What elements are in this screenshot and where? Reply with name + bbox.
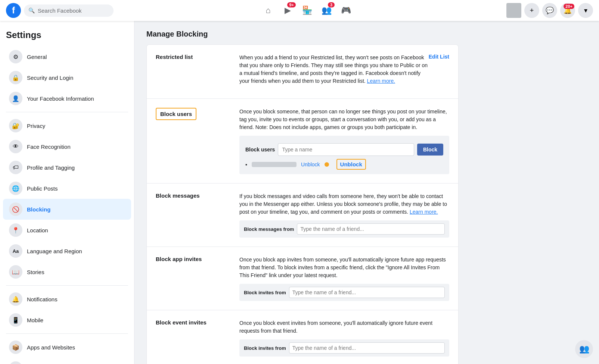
profile-tagging-icon: 🏷 <box>9 161 22 174</box>
block-event-invites-left: Block event invites <box>156 319 230 357</box>
language-icon: Aa <box>9 244 22 258</box>
sidebar-item-location[interactable]: 📍 Location <box>3 220 131 241</box>
sidebar-item-blocking[interactable]: 🚫 Blocking <box>3 199 131 220</box>
block-app-invites-title: Block app invites <box>156 256 202 262</box>
block-users-input[interactable] <box>278 143 414 156</box>
sidebar-label-privacy: Privacy <box>27 123 45 129</box>
block-messages-field: Block messages from <box>239 220 449 238</box>
content-card: Restricted list When you add a friend to… <box>146 44 459 364</box>
facebook-logo[interactable]: f <box>6 3 21 18</box>
nav-gaming-button[interactable]: 🎮 <box>337 1 355 19</box>
nav-marketplace-button[interactable]: 🏪 <box>298 1 316 19</box>
sidebar-item-face-recognition[interactable]: 👁 Face Recognition <box>3 136 131 157</box>
page-title: Manage Blocking <box>146 30 459 38</box>
sidebar-item-notifications[interactable]: 🔔 Notifications <box>3 289 131 310</box>
block-event-invites-input[interactable] <box>289 342 445 354</box>
notifications-sidebar-icon: 🔔 <box>9 292 22 306</box>
sidebar-divider-1 <box>6 112 128 112</box>
block-messages-right: If you block messages and video calls fr… <box>239 192 449 238</box>
mobile-icon: 📱 <box>9 313 22 327</box>
restricted-list-left: Restricted list <box>156 54 230 90</box>
messenger-button[interactable]: 💬 <box>542 3 557 18</box>
user-avatar-thumb[interactable] <box>506 3 521 18</box>
sidebar-label-security: Security and Login <box>27 75 73 81</box>
sidebar-item-privacy[interactable]: 🔐 Privacy <box>3 115 131 136</box>
sidebar-item-stories[interactable]: 📖 Stories <box>3 261 131 282</box>
notifications-badge: 20+ <box>564 4 574 9</box>
sidebar-label-language: Language and Region <box>27 248 82 254</box>
sidebar: Settings ⚙ General 🔒 Security and Login … <box>0 21 134 364</box>
sidebar-item-apps-websites[interactable]: 📦 Apps and Websites <box>3 337 131 358</box>
bottom-icon-glyph: 👥 <box>579 344 589 354</box>
block-event-invites-section: Block event invites Once you block event… <box>147 310 458 364</box>
restricted-list-top: When you add a friend to your Restricted… <box>239 54 449 90</box>
sidebar-divider-2 <box>6 285 128 286</box>
sidebar-label-mobile: Mobile <box>27 317 43 323</box>
account-dropdown-button[interactable]: ▾ <box>578 3 593 18</box>
block-users-form: Block users Block <box>245 143 443 156</box>
blocked-user-row: ▪ Unblock Unblock <box>245 159 443 170</box>
block-users-desc: Once you block someone, that person can … <box>239 108 449 131</box>
restricted-list-right: When you add a friend to your Restricted… <box>239 54 449 90</box>
nav-home-button[interactable]: ⌂ <box>259 1 277 19</box>
block-messages-section: Block messages If you block messages and… <box>147 183 458 247</box>
unblock-highlight-button[interactable]: Unblock <box>336 159 366 170</box>
blocked-name-bar <box>252 162 297 167</box>
instant-games-icon: 🎮 <box>9 361 22 364</box>
public-posts-icon: 🌐 <box>9 182 22 195</box>
block-messages-learn-more[interactable]: Learn more. <box>410 209 438 215</box>
page-wrap: Settings ⚙ General 🔒 Security and Login … <box>0 21 599 364</box>
block-users-right: Once you block someone, that person can … <box>239 108 449 174</box>
search-input[interactable] <box>38 7 109 14</box>
topnav: f 🔍 ⌂ ▶ 9+ 🏪 👥 3 🎮 + 💬 🔔 20+ ▾ <box>0 0 599 21</box>
sidebar-item-security[interactable]: 🔒 Security and Login <box>3 67 131 88</box>
sidebar-label-fb-info: Your Facebook Information <box>27 95 94 102</box>
sidebar-item-public-posts[interactable]: 🌐 Public Posts <box>3 178 131 199</box>
location-icon: 📍 <box>9 223 22 237</box>
sidebar-item-profile-tagging[interactable]: 🏷 Profile and Tagging <box>3 157 131 178</box>
restricted-list-learn-more[interactable]: Learn more. <box>367 78 395 84</box>
sidebar-label-notifications: Notifications <box>27 296 58 302</box>
sidebar-item-mobile[interactable]: 📱 Mobile <box>3 310 131 330</box>
block-app-invites-from-label: Block invites from <box>244 290 286 295</box>
block-event-invites-from-label: Block invites from <box>244 345 286 351</box>
yellow-dot-indicator <box>325 162 329 167</box>
search-box[interactable]: 🔍 <box>24 4 114 17</box>
block-messages-input[interactable] <box>297 223 445 235</box>
bottom-icon-button[interactable]: 👥 <box>575 340 593 358</box>
block-app-invites-input[interactable] <box>289 287 445 298</box>
block-messages-title: Block messages <box>156 192 200 199</box>
block-app-invites-left: Block app invites <box>156 256 230 301</box>
restricted-list-section: Restricted list When you add a friend to… <box>147 45 458 99</box>
notifications-button[interactable]: 🔔 20+ <box>560 3 575 18</box>
block-event-invites-right: Once you block event invites from someon… <box>239 319 449 357</box>
sidebar-item-fb-info[interactable]: 👤 Your Facebook Information <box>3 88 131 109</box>
nav-friends-button[interactable]: 👥 3 <box>317 1 335 19</box>
restricted-list-desc: When you add a friend to your Restricted… <box>239 54 429 85</box>
friends-badge: 3 <box>328 2 335 7</box>
block-messages-desc: If you block messages and video calls fr… <box>239 192 449 216</box>
block-users-form-label: Block users <box>245 147 275 153</box>
general-icon: ⚙ <box>9 50 22 63</box>
sidebar-label-general: General <box>27 54 47 60</box>
sidebar-label-apps-websites: Apps and Websites <box>27 344 75 351</box>
block-button[interactable]: Block <box>417 144 443 156</box>
apps-websites-icon: 📦 <box>9 341 22 354</box>
sidebar-item-instant-games[interactable]: 🎮 Instant Games <box>3 358 131 364</box>
unblock-link[interactable]: Unblock <box>301 161 320 167</box>
security-icon: 🔒 <box>9 71 22 84</box>
blocking-icon: 🚫 <box>9 203 22 216</box>
block-users-section: Block users Once you block someone, that… <box>147 99 458 183</box>
block-event-invites-title: Block event invites <box>156 319 207 326</box>
topnav-center: ⌂ ▶ 9+ 🏪 👥 3 🎮 <box>125 1 488 19</box>
plus-button[interactable]: + <box>524 3 539 18</box>
sidebar-divider-3 <box>6 333 128 334</box>
block-app-invites-right: Once you block app invites from someone,… <box>239 256 449 301</box>
sidebar-item-language[interactable]: Aa Language and Region <box>3 241 131 261</box>
nav-watch-button[interactable]: ▶ 9+ <box>279 1 297 19</box>
restricted-list-title: Restricted list <box>156 54 193 60</box>
sidebar-item-general[interactable]: ⚙ General <box>3 46 131 67</box>
main-content: Manage Blocking Restricted list When you… <box>134 21 471 364</box>
face-recognition-icon: 👁 <box>9 140 22 153</box>
restricted-list-edit-link[interactable]: Edit List <box>429 54 449 60</box>
